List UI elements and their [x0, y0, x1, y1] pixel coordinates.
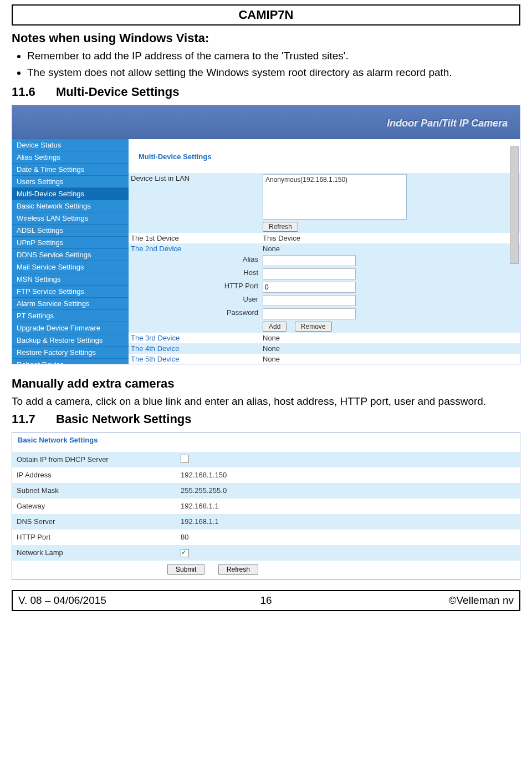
- sidebar-item-backup[interactable]: Backup & Restore Settings: [12, 334, 129, 347]
- notes-bullet: The system does not allow setting the Wi…: [27, 65, 520, 80]
- ip-address-value: 192.168.1.150: [176, 467, 520, 483]
- refresh-button[interactable]: Refresh: [263, 222, 298, 232]
- sidebar-item-upnp[interactable]: UPnP Settings: [12, 237, 129, 249]
- subnet-mask-value: 255.255.255.0: [176, 483, 520, 498]
- first-device-label: The 1st Device: [129, 233, 260, 243]
- sidebar-item-alias-settings[interactable]: Alias Settings: [12, 151, 129, 164]
- dns-server-value: 192.168.1.1: [176, 514, 520, 530]
- host-label: Host: [129, 267, 260, 281]
- first-device-value: This Device: [260, 233, 520, 243]
- alias-input[interactable]: [263, 255, 356, 266]
- panel-title: Basic Network Settings: [12, 433, 520, 452]
- sidebar-item-upgrade[interactable]: Upgrade Device Firmware: [12, 322, 129, 334]
- password-label: Password: [129, 307, 260, 321]
- refresh-button[interactable]: Refresh: [218, 564, 258, 575]
- ip-address-label: IP Address: [12, 467, 176, 483]
- scrollbar-thumb[interactable]: [510, 146, 519, 264]
- sidebar-item-mail[interactable]: Mail Service Settings: [12, 261, 129, 273]
- sidebar-item-basic-network[interactable]: Basic Network Settings: [12, 200, 129, 212]
- settings-sidebar: Device Status Alias Settings Date & Time…: [12, 139, 129, 364]
- sidebar-item-pt[interactable]: PT Settings: [12, 310, 129, 322]
- product-title-box: CAMIP7N: [12, 4, 520, 26]
- camera-ui-banner: Indoor Pan/Tilt IP Camera: [12, 105, 520, 139]
- http-port-value: 80: [176, 530, 520, 545]
- sidebar-item-alarm[interactable]: Alarm Service Settings: [12, 298, 129, 310]
- network-lamp-checkbox[interactable]: [181, 549, 189, 557]
- dhcp-label: Obtain IP from DHCP Server: [12, 452, 176, 467]
- sidebar-item-ddns[interactable]: DDNS Service Settings: [12, 249, 129, 261]
- section-title: Multi-Device Settings: [56, 85, 179, 99]
- third-device-link[interactable]: The 3rd Device: [129, 333, 260, 343]
- http-port-label: HTTP Port: [129, 281, 260, 294]
- section-title: Basic Network Settings: [56, 412, 192, 426]
- button-row: Submit Refresh: [12, 561, 520, 579]
- footer-copyright: ©Velleman nv: [288, 594, 514, 607]
- sidebar-item-msn[interactable]: MSN Settings: [12, 273, 129, 286]
- section-number: 11.7: [12, 412, 45, 426]
- sidebar-item-users[interactable]: Users Settings: [12, 176, 129, 188]
- subnet-mask-label: Subnet Mask: [12, 483, 176, 498]
- banner-title: Indoor Pan/Tilt IP Camera: [387, 118, 508, 129]
- user-label: User: [129, 294, 260, 307]
- sidebar-item-reboot[interactable]: Reboot Device: [12, 359, 129, 364]
- device-list-label: Device List in LAN: [129, 173, 260, 233]
- fifth-device-value: None: [260, 354, 520, 364]
- footer-version-date: V. 08 – 04/06/2015: [18, 594, 244, 607]
- second-device-link[interactable]: The 2nd Device: [129, 243, 260, 254]
- multi-device-screenshot: Indoor Pan/Tilt IP Camera Device Status …: [12, 105, 520, 364]
- basic-network-screenshot: Basic Network Settings Obtain IP from DH…: [12, 432, 520, 580]
- sidebar-item-multi-device[interactable]: Multi-Device Settings: [12, 188, 129, 200]
- password-input[interactable]: [263, 308, 356, 319]
- sidebar-item-date-time[interactable]: Date & Time Settings: [12, 164, 129, 176]
- section-11-7-heading: 11.7 Basic Network Settings: [12, 412, 520, 426]
- product-code: CAMIP7N: [238, 8, 293, 22]
- sidebar-item-wireless-lan[interactable]: Wireless LAN Settings: [12, 212, 129, 225]
- section-11-6-heading: 11.6 Multi-Device Settings: [12, 85, 520, 99]
- gateway-value: 192.168.1.1: [176, 498, 520, 514]
- notes-heading: Notes when using Windows Vista:: [12, 31, 520, 45]
- fourth-device-link[interactable]: The 4th Device: [129, 343, 260, 354]
- second-device-value: None: [260, 243, 520, 254]
- multi-device-panel: Multi-Device Settings Device List in LAN…: [129, 139, 520, 364]
- sidebar-item-device-status[interactable]: Device Status: [12, 139, 129, 151]
- alias-label: Alias: [129, 254, 260, 267]
- third-device-value: None: [260, 333, 520, 343]
- host-input[interactable]: [263, 268, 356, 279]
- http-port-label: HTTP Port: [12, 530, 176, 545]
- user-input[interactable]: [263, 295, 356, 306]
- fourth-device-value: None: [260, 343, 520, 354]
- add-button[interactable]: Add: [263, 322, 287, 332]
- notes-bullet: Remember to add the IP address of the ca…: [27, 49, 520, 63]
- sidebar-item-ftp[interactable]: FTP Service Settings: [12, 286, 129, 298]
- notes-bullet-list: Remember to add the IP address of the ca…: [27, 49, 520, 79]
- gateway-label: Gateway: [12, 498, 176, 514]
- network-lamp-label: Network Lamp: [12, 545, 176, 561]
- dns-server-label: DNS Server: [12, 514, 176, 530]
- manual-add-text: To add a camera, click on a blue link an…: [12, 394, 520, 409]
- device-list-entry[interactable]: Anonymous(192.168.1.150): [265, 176, 347, 184]
- submit-button[interactable]: Submit: [167, 564, 204, 575]
- panel-title: Multi-Device Settings: [129, 139, 520, 173]
- dhcp-checkbox[interactable]: [181, 455, 189, 463]
- http-port-input[interactable]: [263, 282, 356, 293]
- sidebar-item-adsl[interactable]: ADSL Settings: [12, 225, 129, 237]
- sidebar-item-restore[interactable]: Restore Factory Settings: [12, 347, 129, 359]
- manual-add-heading: Manually add extra cameras: [12, 377, 520, 391]
- footer-page-number: 16: [244, 594, 288, 607]
- fifth-device-link[interactable]: The 5th Device: [129, 354, 260, 364]
- remove-button[interactable]: Remove: [295, 322, 332, 332]
- device-list-box[interactable]: Anonymous(192.168.1.150): [263, 174, 407, 220]
- section-number: 11.6: [12, 85, 45, 99]
- page-footer: V. 08 – 04/06/2015 16 ©Velleman nv: [12, 590, 520, 611]
